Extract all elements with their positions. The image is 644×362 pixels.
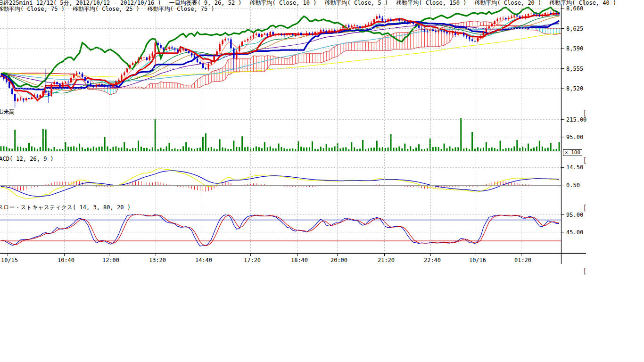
volume-axis-label: 95.00 (566, 134, 583, 140)
legend-ma-20: 移動平均( Close, 20 ) (474, 0, 541, 6)
volume-pane-label: 出来高 (0, 109, 15, 115)
time-axis-label: 18:40 (289, 257, 310, 263)
macd-pane-label: MACD( 12, 26, 9 ) (0, 156, 54, 162)
legend-ma-75b: 移動平均( Close, 75 ) (148, 6, 215, 12)
price-axis-label: 8,625 (566, 25, 583, 32)
legend-ma-10: 移動平均( Close, 10 ) (250, 0, 317, 6)
legend-ma-75a: 移動平均( Close, 75 ) (0, 6, 65, 12)
macd-axis-label: 0.50 (566, 182, 580, 189)
legend-ma-150: 移動平均( Close, 150 ) (396, 0, 466, 6)
stoch-axis-label: 45.00 (566, 229, 583, 236)
pane-resize-handle[interactable]: [ (583, 0, 587, 5)
time-axis-label: 17:20 (242, 257, 263, 263)
stoch-pane-label: スロー・ストキャスティクス( 14, 3, 80, 20 ) (0, 205, 131, 211)
time-axis-label: 14:40 (193, 257, 214, 263)
price-axis-label: 8,660 (566, 5, 583, 12)
chart-canvas[interactable] (0, 0, 644, 362)
pane-resize-handle[interactable]: [ (583, 110, 587, 116)
stoch-axis-label: 95.00 (566, 212, 583, 218)
time-axis-label: 13:20 (147, 257, 168, 263)
price-axis-label: 8,590 (566, 45, 583, 52)
price-axis-label: 8,555 (566, 66, 583, 72)
time-axis-label: 22:40 (422, 257, 443, 263)
time-axis-label: 20:00 (329, 257, 349, 263)
time-axis-label: 10/15 (0, 257, 20, 263)
legend-ma-5: 移動平均( Close, 5 ) (325, 0, 388, 6)
chart-legend-row-2: 移動平均( Close, 75 ) 移動平均( Close, 25 ) 移動平均… (0, 6, 215, 12)
price-axis-label: 8,520 (566, 85, 583, 92)
macd-axis-label: 14.50 (566, 164, 583, 171)
pane-resize-handle[interactable]: [ (583, 157, 587, 164)
pane-resize-handle[interactable]: [ (583, 205, 587, 211)
time-axis-label: 21:20 (376, 257, 396, 263)
time-axis-label: 01:20 (512, 257, 533, 263)
time-axis-label: 10:40 (56, 257, 76, 263)
time-axis-label: 12:00 (100, 257, 121, 263)
chart-window: 日経225mini 12/12( 5分, 2012/10/12 - 2012/1… (0, 0, 644, 362)
time-axis-label: 10/16 (467, 257, 488, 263)
legend-ma-25: 移動平均( Close, 25 ) (73, 6, 140, 12)
volume-multiplier-badge: × 100 (563, 149, 582, 156)
pane-resize-handle[interactable]: [ (583, 268, 587, 274)
